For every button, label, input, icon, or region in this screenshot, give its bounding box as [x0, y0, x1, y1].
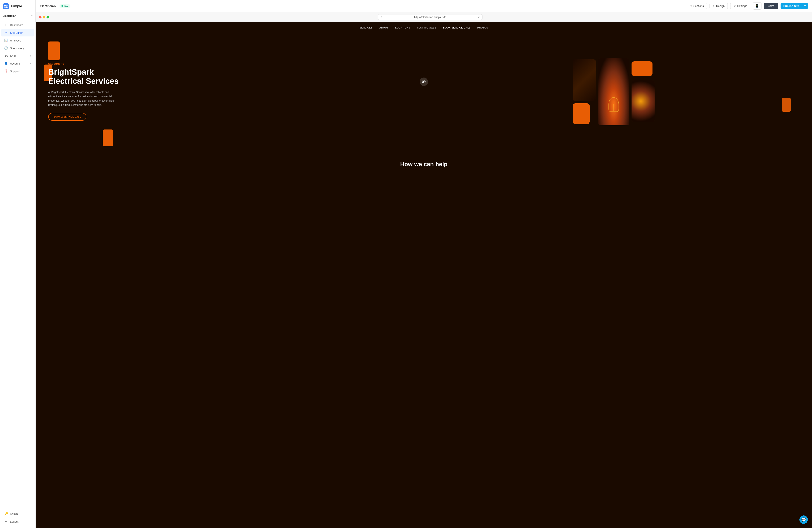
chat-icon: 💬 — [801, 517, 806, 522]
settings-icon: ⚙ — [734, 4, 736, 8]
website-content: SERVICES ABOUT LOCATIONS TESTIMONIALS BO… — [35, 22, 812, 528]
logo-icon — [3, 3, 9, 9]
sidebar-item-site-history[interactable]: 🕐 Site History — [1, 44, 34, 52]
chevron-down-icon: ▾ — [30, 55, 31, 57]
design-icon: ✏ — [713, 4, 715, 8]
settings-button[interactable]: ⚙ Settings — [730, 3, 750, 9]
decoration-rect-1 — [48, 42, 60, 60]
nav-services[interactable]: SERVICES — [360, 26, 373, 29]
hero-image-2 — [573, 103, 590, 124]
sidebar-item-logout[interactable]: ↩ Logout — [1, 518, 34, 525]
site-editor-icon: ✏ — [4, 31, 8, 34]
url-display: https://electrician.siimple.site — [385, 16, 476, 19]
decoration-rect-4 — [103, 130, 113, 146]
sections-icon: ⊞ — [690, 4, 692, 8]
publish-dropdown-arrow[interactable]: ▾ — [802, 3, 808, 9]
sidebar-item-label: Site History — [10, 47, 24, 50]
publish-label: Publish Site — [781, 3, 802, 9]
sidebar-item-dashboard[interactable]: ⊞ Dashboard — [1, 21, 34, 29]
sidebar-item-analytics[interactable]: 📊 Analytics — [1, 37, 34, 44]
save-button[interactable]: Save — [764, 3, 778, 9]
sidebar-item-label: Admin — [10, 512, 18, 515]
image-column-3 — [632, 61, 655, 122]
sidebar: siimple Electrician ⌃ ⊞ Dashboard ✏ Site… — [0, 0, 35, 528]
sidebar-item-label: Shop — [10, 54, 16, 57]
topbar-site-title: Electrician — [40, 4, 56, 8]
sidebar-item-label: Logout — [10, 520, 18, 523]
mobile-icon: 📱 — [755, 4, 759, 8]
topbar: Electrician Live ⊞ Sections ✏ Design ⚙ S… — [35, 0, 812, 12]
admin-icon: 🔑 — [4, 512, 8, 516]
live-badge: Live — [59, 4, 70, 8]
browser-frame: ↻ https://electrician.siimple.site ↗ SER… — [35, 12, 812, 528]
nav-book-service[interactable]: BOOK SERVICE CALL — [443, 26, 471, 29]
image-column-1 — [573, 59, 596, 124]
sidebar-item-label: Site Editor — [10, 31, 23, 34]
sidebar-item-site-editor[interactable]: ✏ Site Editor — [1, 29, 34, 36]
hero-image-1 — [573, 59, 596, 101]
mobile-preview-button[interactable]: 📱 — [753, 2, 762, 10]
image-column-2 — [598, 58, 629, 125]
svg-rect-2 — [4, 6, 6, 8]
chat-bubble-button[interactable]: 💬 — [799, 515, 808, 524]
app-name: siimple — [11, 4, 22, 8]
live-label: Live — [64, 5, 69, 8]
sections-button[interactable]: ⊞ Sections — [687, 3, 707, 9]
nav-about[interactable]: ABOUT — [379, 26, 389, 29]
settings-label: Settings — [737, 4, 747, 8]
hero-image-4 — [632, 80, 655, 122]
logout-icon: ↩ — [4, 519, 8, 523]
shop-icon: 🛍 — [4, 54, 8, 58]
sidebar-item-label: Analytics — [10, 39, 21, 42]
hero-title: BrightSpark Electrical Services — [48, 68, 420, 86]
sidebar-item-account[interactable]: 👤 Account ▾ — [1, 60, 34, 67]
hero-cta-button[interactable]: BOOK A SERVICE CALL — [48, 113, 86, 121]
chevron-down-icon: ▾ — [30, 62, 31, 65]
hero-description: At BrightSpark Electrical Services we of… — [48, 90, 115, 107]
hero-image-3 — [632, 61, 652, 76]
svg-rect-3 — [6, 6, 8, 8]
svg-rect-0 — [4, 5, 6, 6]
sidebar-footer: 🔑 Admin ↩ Logout — [0, 507, 35, 528]
sidebar-item-admin[interactable]: 🔑 Admin — [1, 510, 34, 517]
close-button[interactable] — [39, 16, 42, 18]
site-selector-name: Electrician — [2, 14, 16, 17]
address-bar[interactable]: ↻ https://electrician.siimple.site ↗ — [378, 14, 482, 20]
hero-image-main — [598, 58, 629, 125]
sidebar-item-label: Dashboard — [10, 24, 24, 27]
section-peek-title: How we can help — [48, 161, 799, 167]
sections-label: Sections — [693, 4, 704, 8]
welcome-text: WELCOME TO — [48, 63, 420, 65]
sidebar-logo: siimple — [0, 0, 35, 13]
analytics-icon: 📊 — [4, 39, 8, 42]
site-selector[interactable]: Electrician ⌃ — [0, 13, 35, 19]
hero-section: WELCOME TO BrightSpark Electrical Servic… — [35, 33, 812, 155]
maximize-button[interactable] — [46, 16, 49, 18]
external-link-icon[interactable]: ↗ — [478, 16, 480, 19]
section-peek: How we can help — [35, 155, 812, 174]
nav-locations[interactable]: LOCATIONS — [395, 26, 410, 29]
live-indicator — [61, 5, 63, 7]
nav-photos[interactable]: PHOTOS — [477, 26, 488, 29]
sidebar-item-label: Account — [10, 62, 20, 65]
nav-testimonials[interactable]: TESTIMONIALS — [417, 26, 436, 29]
hero-left-content: WELCOME TO BrightSpark Electrical Servic… — [48, 63, 420, 121]
sidebar-item-shop[interactable]: 🛍 Shop ▾ — [1, 52, 34, 59]
main-area: Electrician Live ⊞ Sections ✏ Design ⚙ S… — [35, 0, 812, 528]
sidebar-item-label: Support — [10, 70, 20, 73]
browser-chrome: ↻ https://electrician.siimple.site ↗ — [35, 12, 812, 22]
edit-overlay-icon[interactable] — [420, 77, 428, 86]
publish-site-button[interactable]: Publish Site ▾ — [781, 3, 808, 9]
history-icon: 🕐 — [4, 46, 8, 50]
minimize-button[interactable] — [43, 16, 45, 18]
reload-icon: ↻ — [380, 15, 383, 19]
account-icon: 👤 — [4, 62, 8, 65]
support-icon: ❓ — [4, 69, 8, 73]
traffic-lights — [39, 16, 49, 18]
hero-right-images — [428, 58, 799, 125]
design-label: Design — [716, 4, 725, 8]
design-button[interactable]: ✏ Design — [710, 3, 728, 9]
sidebar-item-support[interactable]: ❓ Support — [1, 68, 34, 75]
site-navigation: SERVICES ABOUT LOCATIONS TESTIMONIALS BO… — [35, 22, 812, 33]
sidebar-nav: ⊞ Dashboard ✏ Site Editor 📊 Analytics 🕐 … — [0, 19, 35, 507]
